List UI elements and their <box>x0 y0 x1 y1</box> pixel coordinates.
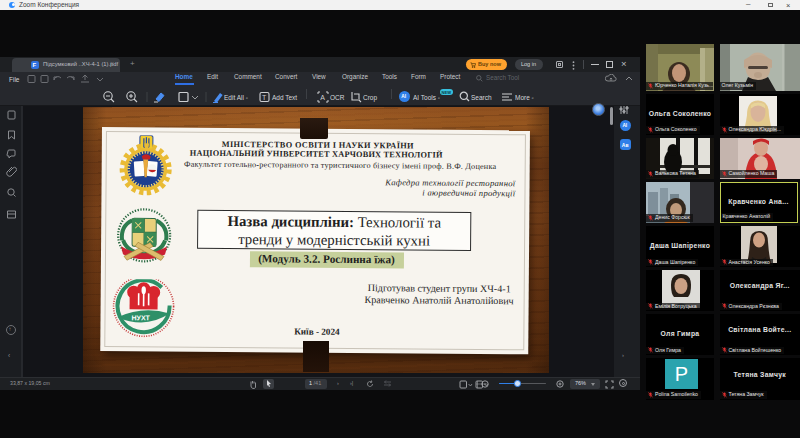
svg-text:A: A <box>320 93 325 100</box>
svg-text:T: T <box>262 94 267 101</box>
svg-text:НУХТ: НУХТ <box>131 314 150 321</box>
